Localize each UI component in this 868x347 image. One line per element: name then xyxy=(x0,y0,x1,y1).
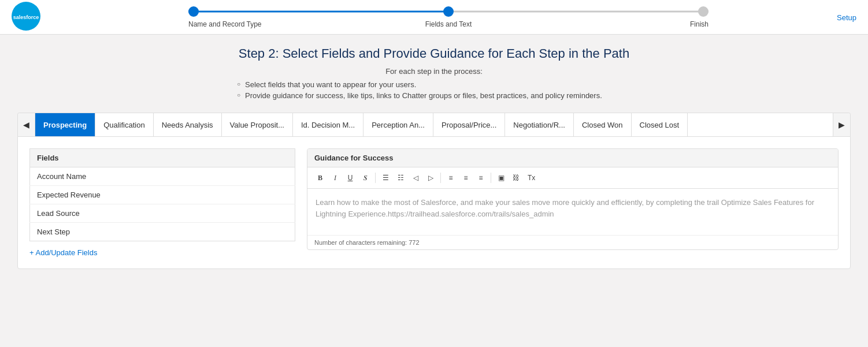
setup-link[interactable]: Setup xyxy=(837,13,856,21)
toolbar-bullet-list-button[interactable]: ☰ xyxy=(379,171,392,185)
toolbar-align-center-button[interactable]: ≡ xyxy=(459,171,473,185)
tab-next-button[interactable]: ▶ xyxy=(833,113,850,136)
toolbar-strikethrough-button[interactable]: 𝑺 xyxy=(358,171,372,185)
step-label-1: Name and Record Type xyxy=(188,20,362,28)
progress-bar: Name and Record Type Fields and Text Fin… xyxy=(40,6,856,28)
tab-negotiation-r---[interactable]: Negotiation/R... xyxy=(505,113,574,136)
instruction-2: Provide guidance for success, like tips,… xyxy=(237,91,851,100)
toolbar-italic-button[interactable]: I xyxy=(328,171,342,185)
tab-container: ◀ ProspectingQualificationNeeds Analysis… xyxy=(17,113,851,136)
fields-section: Fields Account NameExpected RevenueLead … xyxy=(29,148,295,257)
step-label-2: Fields and Text xyxy=(362,20,535,28)
toolbar-separator xyxy=(440,173,441,183)
toolbar-increase-indent-button[interactable]: ▷ xyxy=(424,171,437,185)
content-panel: Fields Account NameExpected RevenueLead … xyxy=(17,136,851,269)
toolbar-align-left-button[interactable]: ≡ xyxy=(444,171,458,185)
guidance-toolbar: BIU𝑺☰☷◁▷≡≡≡▣⛓Tx xyxy=(307,167,838,189)
toolbar-numbered-list-button[interactable]: ☷ xyxy=(394,171,407,185)
char-remaining: Number of characters remaining: 772 xyxy=(307,235,838,249)
tab-value-proposit---[interactable]: Value Proposit... xyxy=(222,113,293,136)
tab-prev-button[interactable]: ◀ xyxy=(18,113,35,136)
toolbar-decrease-indent-button[interactable]: ◁ xyxy=(409,171,422,185)
salesforce-logo: salesforce xyxy=(12,2,40,32)
toolbar-clear-formatting-button[interactable]: Tx xyxy=(524,171,539,185)
main-content: Step 2: Select Fields and Provide Guidan… xyxy=(0,35,868,281)
toolbar-align-right-button[interactable]: ≡ xyxy=(474,171,488,185)
field-row: Expected Revenue xyxy=(30,186,295,204)
step-dot-2 xyxy=(443,6,454,17)
step-dot-1 xyxy=(188,6,199,17)
tab-closed-won[interactable]: Closed Won xyxy=(574,113,632,136)
tab-perception-an---[interactable]: Perception An... xyxy=(363,113,433,136)
toolbar-underline-button[interactable]: U xyxy=(343,171,357,185)
header: salesforce Name and Record Type Fields a… xyxy=(0,0,868,35)
toolbar-separator xyxy=(375,173,376,183)
field-row: Next Step xyxy=(30,223,295,241)
field-row: Account Name xyxy=(30,167,295,186)
page-title: Step 2: Select Fields and Provide Guidan… xyxy=(17,46,851,61)
fields-header: Fields xyxy=(30,149,295,167)
instructions: Select fields that you want to appear fo… xyxy=(17,80,851,102)
tab-needs-analysis[interactable]: Needs Analysis xyxy=(154,113,222,136)
tab-proposal-price---[interactable]: Proposal/Price... xyxy=(433,113,505,136)
tab-qualification[interactable]: Qualification xyxy=(95,113,154,136)
instruction-1: Select fields that you want to appear fo… xyxy=(237,80,851,89)
tab-prospecting[interactable]: Prospecting xyxy=(35,113,95,136)
guidance-header: Guidance for Success xyxy=(307,149,838,167)
guidance-content[interactable]: Learn how to make the most of Salesforce… xyxy=(307,189,838,235)
step-dot-3 xyxy=(698,6,709,17)
step-label-3: Finish xyxy=(535,20,709,28)
svg-text:salesforce: salesforce xyxy=(13,14,39,20)
add-update-fields-link[interactable]: + Add/Update Fields xyxy=(29,248,97,257)
instructions-list: Select fields that you want to appear fo… xyxy=(237,80,851,100)
field-row: Lead Source xyxy=(30,204,295,223)
tab-closed-lost[interactable]: Closed Lost xyxy=(632,113,688,136)
guidance-box: Guidance for Success BIU𝑺☰☷◁▷≡≡≡▣⛓Tx Lea… xyxy=(307,148,839,250)
toolbar-bold-button[interactable]: B xyxy=(313,171,327,185)
fields-table: Fields Account NameExpected RevenueLead … xyxy=(29,148,295,241)
tab-id--decision-m---[interactable]: Id. Decision M... xyxy=(293,113,363,136)
guidance-section: Guidance for Success BIU𝑺☰☷◁▷≡≡≡▣⛓Tx Lea… xyxy=(307,148,839,257)
toolbar-insert-link-button[interactable]: ⛓ xyxy=(509,171,523,185)
toolbar-insert-image-button[interactable]: ▣ xyxy=(494,171,508,185)
tabs-list: ProspectingQualificationNeeds AnalysisVa… xyxy=(35,113,833,136)
toolbar-separator xyxy=(491,173,491,183)
subtitle: For each step in the process: xyxy=(17,67,851,76)
